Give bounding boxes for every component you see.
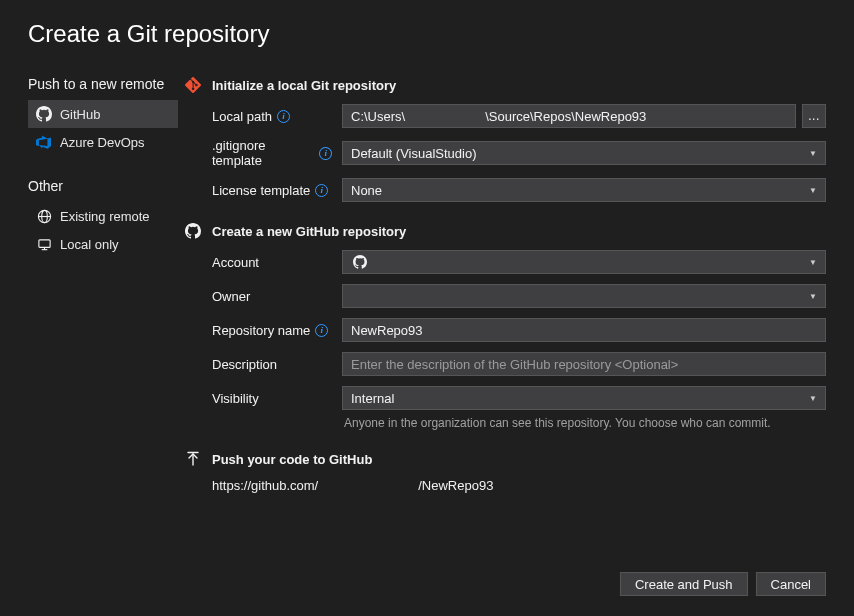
git-init-icon bbox=[184, 76, 202, 94]
github-icon bbox=[184, 222, 202, 240]
sidebar-item-label: Existing remote bbox=[60, 209, 150, 224]
visibility-combo[interactable]: Internal ▼ bbox=[342, 386, 826, 410]
chevron-down-icon: ▼ bbox=[809, 258, 817, 267]
globe-icon bbox=[36, 208, 52, 224]
section-github: Create a new GitHub repository Account ▼ bbox=[212, 222, 826, 430]
owner-combo[interactable]: ▼ bbox=[342, 284, 826, 308]
gitignore-label: .gitignore template i bbox=[212, 138, 332, 168]
push-url-suffix: /NewRepo93 bbox=[418, 478, 493, 493]
license-label: License template i bbox=[212, 183, 332, 198]
local-path-prefix: C:\Users\ bbox=[351, 109, 405, 124]
account-combo[interactable]: ▼ bbox=[342, 250, 826, 274]
push-url-prefix: https://github.com/ bbox=[212, 478, 318, 493]
section-title-push: Push your code to GitHub bbox=[212, 452, 372, 467]
repo-name-input[interactable] bbox=[342, 318, 826, 342]
sidebar-heading-push: Push to a new remote bbox=[28, 76, 178, 92]
svg-rect-3 bbox=[38, 239, 49, 247]
computer-icon bbox=[36, 236, 52, 252]
account-label: Account bbox=[212, 255, 332, 270]
description-input[interactable] bbox=[342, 352, 826, 376]
license-combo[interactable]: None ▼ bbox=[342, 178, 826, 202]
section-push: Push your code to GitHub https://github.… bbox=[212, 450, 826, 493]
visibility-label: Visibility bbox=[212, 391, 332, 406]
chevron-down-icon: ▼ bbox=[809, 186, 817, 195]
owner-label: Owner bbox=[212, 289, 332, 304]
create-and-push-button[interactable]: Create and Push bbox=[620, 572, 748, 596]
section-initialize: Initialize a local Git repository Local … bbox=[212, 76, 826, 202]
chevron-down-icon: ▼ bbox=[809, 394, 817, 403]
section-title-initialize: Initialize a local Git repository bbox=[212, 78, 396, 93]
github-icon bbox=[36, 106, 52, 122]
browse-button[interactable]: ... bbox=[802, 104, 826, 128]
local-path-suffix: \Source\Repos\NewRepo93 bbox=[485, 109, 646, 124]
info-icon[interactable]: i bbox=[315, 184, 328, 197]
page-title: Create a Git repository bbox=[28, 20, 826, 48]
sidebar-item-label: Azure DevOps bbox=[60, 135, 145, 150]
push-url: https://github.com/ /NewRepo93 bbox=[212, 478, 826, 493]
push-arrow-icon bbox=[184, 450, 202, 468]
info-icon[interactable]: i bbox=[319, 147, 332, 160]
sidebar-heading-other: Other bbox=[28, 178, 178, 194]
sidebar: Push to a new remote GitHub Azure DevOps… bbox=[28, 76, 178, 560]
sidebar-item-github[interactable]: GitHub bbox=[28, 100, 178, 128]
info-icon[interactable]: i bbox=[277, 110, 290, 123]
github-icon bbox=[351, 253, 369, 271]
cancel-button[interactable]: Cancel bbox=[756, 572, 826, 596]
chevron-down-icon: ▼ bbox=[809, 149, 817, 158]
azure-devops-icon bbox=[36, 134, 52, 150]
content: Initialize a local Git repository Local … bbox=[212, 76, 826, 560]
sidebar-item-azure-devops[interactable]: Azure DevOps bbox=[28, 128, 178, 156]
repo-name-label: Repository name i bbox=[212, 323, 332, 338]
description-label: Description bbox=[212, 357, 332, 372]
sidebar-item-label: Local only bbox=[60, 237, 119, 252]
visibility-hint: Anyone in the organization can see this … bbox=[344, 416, 826, 430]
sidebar-item-label: GitHub bbox=[60, 107, 100, 122]
local-path-label: Local path i bbox=[212, 109, 332, 124]
sidebar-item-existing-remote[interactable]: Existing remote bbox=[28, 202, 178, 230]
footer: Create and Push Cancel bbox=[28, 560, 826, 596]
sidebar-item-local-only[interactable]: Local only bbox=[28, 230, 178, 258]
section-title-github: Create a new GitHub repository bbox=[212, 224, 406, 239]
chevron-down-icon: ▼ bbox=[809, 292, 817, 301]
local-path-input[interactable]: C:\Users\ \Source\Repos\NewRepo93 bbox=[342, 104, 796, 128]
info-icon[interactable]: i bbox=[315, 324, 328, 337]
gitignore-combo[interactable]: Default (VisualStudio) ▼ bbox=[342, 141, 826, 165]
